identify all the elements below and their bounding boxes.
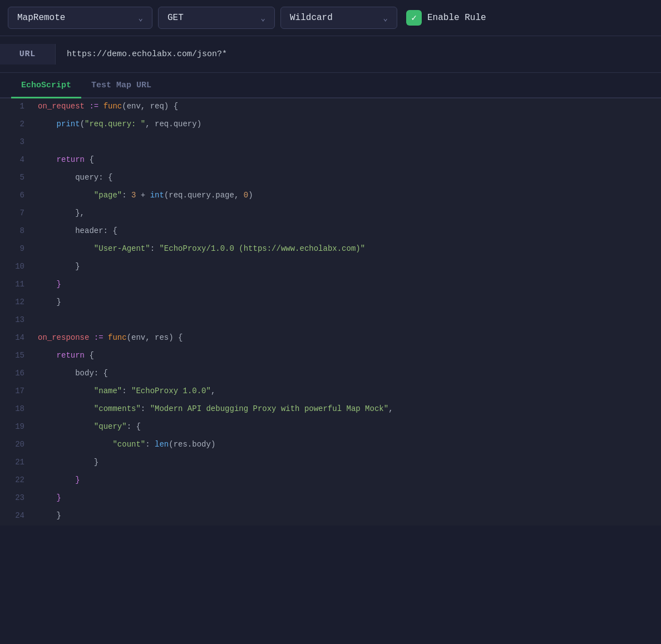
line-number: 3 [0,134,33,150]
code-editor[interactable]: 1on_request := func(env, req) {2 print("… [0,98,661,526]
code-token [38,120,57,128]
code-token: "User-Agent" [94,244,150,253]
code-token: query: { [38,173,112,182]
method-arrow-icon: ⌄ [261,13,265,23]
line-content [33,312,661,328]
line-content: on_request := func(env, req) { [33,98,661,114]
code-token: "query" [94,422,127,431]
url-value[interactable]: https://demo.echolabx.com/json?* [56,44,238,65]
code-line: 13 [0,312,661,330]
code-token: } [38,475,80,484]
line-number: 10 [0,259,33,274]
line-content: body: { [33,365,661,381]
enable-rule-checkbox[interactable]: ✓ [406,10,422,26]
method-label: GET [167,13,184,23]
code-token [89,333,93,342]
line-number: 6 [0,187,33,203]
line-content: return { [33,348,661,363]
code-token [38,351,57,360]
code-token: func [103,102,122,111]
line-content [33,134,661,150]
code-token: "comments" [94,404,141,413]
line-content: } [33,490,661,506]
code-line: 20 "count": len(res.body) [0,437,661,454]
code-line: 21 } [0,454,661,472]
code-token: : [145,440,155,449]
method-dropdown[interactable]: GET ⌄ [158,7,275,29]
code-token: int [150,191,164,200]
code-line: 9 "User-Agent": "EchoProxy/1.0.0 (https:… [0,241,661,259]
code-line: 22 } [0,472,661,490]
code-token: header: { [38,226,117,235]
code-token: ) [248,191,253,200]
enable-rule-label: Enable Rule [427,13,486,23]
code-line: 15 return { [0,348,661,365]
line-content: } [33,454,661,470]
line-content: "page": 3 + int(req.query.page, 0) [33,187,661,203]
code-token: : [122,191,131,200]
code-token: : { [127,422,141,431]
code-token [103,333,108,342]
mapremode-dropdown[interactable]: MapRemote ⌄ [8,7,152,29]
code-token [98,102,103,111]
code-token: "EchoProxy 1.0.0" [131,387,211,395]
mapremode-label: MapRemote [17,13,65,23]
line-number: 20 [0,437,33,452]
code-token: := [94,333,103,342]
line-number: 13 [0,312,33,328]
code-token [38,422,94,431]
line-number: 2 [0,116,33,132]
code-token: (req.query.page, [164,191,244,200]
line-content: } [33,508,661,523]
code-token: + [136,191,150,200]
code-line: 1on_request := func(env, req) { [0,98,661,116]
url-label: URL [0,44,56,65]
wildcard-label: Wildcard [290,13,333,23]
code-token: } [38,280,61,289]
enable-rule-toggle[interactable]: ✓ Enable Rule [406,10,486,26]
line-number: 9 [0,241,33,256]
code-token: print [57,120,80,128]
code-line: 14on_response := func(env, res) { [0,330,661,348]
code-token [38,440,112,449]
line-content: "name": "EchoProxy 1.0.0", [33,383,661,399]
code-line: 12 } [0,294,661,312]
code-token: func [108,333,127,342]
code-token [38,404,94,413]
line-number: 21 [0,454,33,470]
mapremode-arrow-icon: ⌄ [139,13,143,23]
code-token [38,244,94,253]
code-token: { [85,351,94,360]
wildcard-dropdown[interactable]: Wildcard ⌄ [280,7,397,29]
line-number: 8 [0,223,33,239]
code-token: } [38,262,80,271]
code-token: "page" [94,191,122,200]
code-line: 3 [0,134,661,152]
tab-echoscript[interactable]: EchoScript [11,73,81,98]
wildcard-arrow-icon: ⌄ [383,13,388,23]
line-number: 16 [0,365,33,381]
code-token: "name" [94,387,122,395]
code-token: "count" [112,440,145,449]
line-number: 18 [0,401,33,417]
code-token: : [150,244,160,253]
code-token [38,387,94,395]
code-line: 7 }, [0,205,661,223]
code-line: 23 } [0,490,661,508]
code-token: ( [80,120,85,128]
code-token: : [141,404,150,413]
line-content: } [33,259,661,274]
code-token: := [89,102,98,111]
tab-testmapurl[interactable]: Test Map URL [81,73,161,98]
line-number: 14 [0,330,33,345]
code-token [38,155,57,164]
line-content: "query": { [33,419,661,434]
toolbar: MapRemote ⌄ GET ⌄ Wildcard ⌄ ✓ Enable Ru… [0,0,661,36]
code-token: } [38,493,61,502]
code-line: 11 } [0,276,661,294]
line-content: header: { [33,223,661,239]
code-token: "EchoProxy/1.0.0 (https://www.echolabx.c… [159,244,365,253]
line-content: } [33,472,661,488]
code-line: 18 "comments": "Modern API debugging Pro… [0,401,661,419]
code-token: on_response [38,333,89,342]
